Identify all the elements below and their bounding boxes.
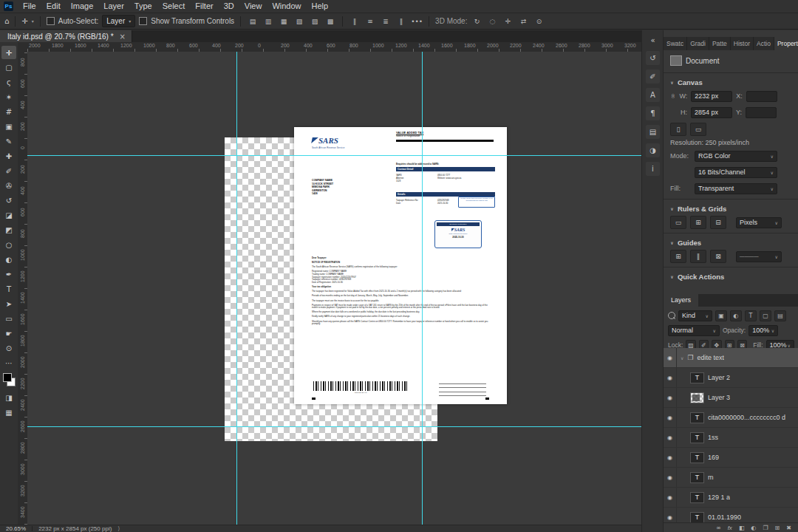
- layer-row-group[interactable]: ◉ ∨ ❐ edite text: [664, 348, 798, 368]
- tab-patterns[interactable]: Patte: [709, 37, 731, 50]
- eraser-tool[interactable]: ◪: [1, 208, 16, 222]
- crop-tool[interactable]: #: [1, 105, 16, 118]
- tab-gradients[interactable]: Gradi: [687, 37, 709, 50]
- close-tab-icon[interactable]: ×: [120, 33, 126, 41]
- path-selection-tool[interactable]: ➤: [1, 297, 16, 310]
- visibility-eye-icon[interactable]: ◉: [664, 468, 677, 487]
- status-menu-arrow-icon[interactable]: ⟩: [117, 525, 120, 532]
- libraries-panel-icon[interactable]: ▤: [646, 125, 660, 139]
- menu-help[interactable]: Help: [307, 0, 334, 13]
- ruler-toggle-button[interactable]: ▭: [670, 216, 686, 229]
- history-brush-tool[interactable]: ↺: [1, 194, 16, 207]
- visibility-eye-icon[interactable]: ◉: [664, 368, 677, 387]
- quick-mask-icon[interactable]: ◨: [1, 391, 16, 404]
- tab-actions[interactable]: Actio: [754, 37, 774, 50]
- canvas-viewport[interactable]: SARS South African Revenue Service VALUE…: [27, 52, 641, 525]
- menu-layer[interactable]: Layer: [98, 0, 129, 13]
- menu-type[interactable]: Type: [129, 0, 157, 13]
- layer-name[interactable]: Layer 3: [708, 394, 730, 401]
- vertical-ruler[interactable]: 8006004002000200400600800100012001400160…: [18, 52, 28, 525]
- history-panel-icon[interactable]: ↺: [646, 51, 660, 65]
- hand-tool[interactable]: ☛: [1, 327, 16, 340]
- horizontal-ruler[interactable]: 2000180016001400120010008006004002000200…: [27, 42, 641, 52]
- foreground-color-swatch[interactable]: [3, 373, 12, 382]
- grid-toggle-button[interactable]: ⊞: [690, 216, 706, 229]
- home-icon[interactable]: ⌂: [4, 17, 9, 25]
- layer-name[interactable]: cita0000000...cccccccc0 d: [708, 414, 785, 421]
- layer-name[interactable]: Layer 2: [708, 374, 730, 381]
- 3d-slide-icon[interactable]: ⇄: [517, 16, 529, 27]
- layer-row[interactable]: ◉ T m: [664, 468, 798, 488]
- x-field[interactable]: [746, 91, 777, 102]
- layer-name[interactable]: m: [708, 474, 714, 481]
- layer-effects-icon[interactable]: fx: [728, 525, 732, 531]
- tab-history[interactable]: Histor: [731, 37, 754, 50]
- move-tool[interactable]: ✛: [1, 46, 16, 59]
- group-expand-chevron-icon[interactable]: ∨: [681, 355, 683, 361]
- menu-window[interactable]: Window: [267, 0, 306, 13]
- collapse-panels-icon[interactable]: «: [646, 33, 660, 47]
- layer-row[interactable]: ◉ T 169: [664, 448, 798, 468]
- layer-name[interactable]: 169: [708, 454, 719, 461]
- visibility-eye-icon[interactable]: ◉: [664, 508, 677, 522]
- visibility-eye-icon[interactable]: ◉: [664, 428, 677, 447]
- dodge-tool[interactable]: ◐: [1, 253, 16, 266]
- new-layer-icon[interactable]: ⊞: [775, 525, 780, 531]
- horizontal-guide[interactable]: [27, 155, 641, 156]
- height-field[interactable]: 2854 px: [691, 107, 732, 118]
- visibility-eye-icon[interactable]: ◉: [664, 488, 677, 507]
- align-bottom-icon[interactable]: ▩: [324, 16, 336, 27]
- info-panel-icon[interactable]: i: [646, 162, 660, 176]
- align-top-icon[interactable]: ▧: [293, 16, 305, 27]
- layer-name[interactable]: 01.01.1990: [708, 514, 741, 521]
- section-quick-actions[interactable]: ∨ Quick Actions: [664, 270, 798, 283]
- filter-type-layers-icon[interactable]: T: [745, 310, 757, 321]
- brush-settings-panel-icon[interactable]: ✐: [646, 69, 660, 83]
- visibility-eye-icon[interactable]: ◉: [664, 348, 677, 367]
- 3d-zoom-icon[interactable]: ⊙: [533, 16, 545, 27]
- auto-select-checkbox[interactable]: [47, 17, 55, 25]
- gradient-tool[interactable]: ◩: [1, 223, 16, 236]
- link-dimensions-icon[interactable]: ∞: [669, 93, 677, 99]
- type-tool[interactable]: T: [1, 282, 16, 296]
- layer-row[interactable]: ◉ T 1ss: [664, 428, 798, 448]
- align-horizontal-center-icon[interactable]: ▥: [262, 16, 274, 27]
- zoom-level[interactable]: 20.65%: [6, 525, 26, 532]
- section-canvas[interactable]: ∨ Canvas: [664, 76, 798, 89]
- shape-tool[interactable]: ▭: [1, 312, 16, 325]
- align-vertical-center-icon[interactable]: ▨: [309, 16, 321, 27]
- horizontal-guide[interactable]: [27, 426, 641, 427]
- blend-mode-dropdown[interactable]: Normal ∨: [668, 325, 720, 336]
- pen-tool[interactable]: ✒: [1, 267, 16, 281]
- filter-pixel-layers-icon[interactable]: ▣: [715, 310, 727, 321]
- distribute-vertical-icon[interactable]: ≡: [364, 16, 376, 27]
- menu-edit[interactable]: Edit: [41, 0, 66, 13]
- tool-preset-arrow-icon[interactable]: ▾: [32, 18, 34, 24]
- new-guide-button[interactable]: ⊞: [670, 250, 686, 263]
- layer-row[interactable]: ◉ T Layer 2: [664, 368, 798, 388]
- paragraph-panel-icon[interactable]: ¶: [646, 106, 660, 120]
- layer-name[interactable]: 129 1 a: [708, 494, 730, 501]
- adjustments-panel-icon[interactable]: ◑: [646, 143, 660, 157]
- auto-select-dropdown[interactable]: Layer ▾: [102, 15, 135, 27]
- layer-row[interactable]: ◉ T 01.01.1990: [664, 508, 798, 522]
- visibility-eye-icon[interactable]: ◉: [664, 408, 677, 427]
- snap-toggle-button[interactable]: ⊟: [710, 216, 726, 229]
- sars-document-page[interactable]: SARS South African Revenue Service VALUE…: [294, 127, 507, 404]
- menu-file[interactable]: File: [18, 0, 41, 13]
- distribute-spacing-horizontal-icon[interactable]: ≣: [380, 16, 392, 27]
- guide-style-dropdown[interactable]: ──── ∨: [736, 251, 782, 262]
- 3d-roll-icon[interactable]: ◌: [486, 16, 498, 27]
- align-left-icon[interactable]: ▤: [247, 16, 259, 27]
- section-rulers-grids[interactable]: ∨ Rulers & Grids: [664, 202, 798, 215]
- visibility-eye-icon[interactable]: ◉: [664, 388, 677, 407]
- zoom-tool[interactable]: ⊙: [1, 341, 16, 355]
- healing-brush-tool[interactable]: ✚: [1, 149, 16, 163]
- tab-properties[interactable]: Properties: [774, 37, 798, 50]
- show-transform-checkbox[interactable]: [139, 17, 147, 25]
- filter-smart-objects-icon[interactable]: ▤: [774, 310, 786, 321]
- tab-swatches[interactable]: Swatc: [664, 37, 687, 50]
- menu-view[interactable]: View: [239, 0, 267, 13]
- align-options-ellipsis-icon[interactable]: •••: [411, 16, 423, 27]
- lasso-tool[interactable]: ς: [1, 75, 16, 89]
